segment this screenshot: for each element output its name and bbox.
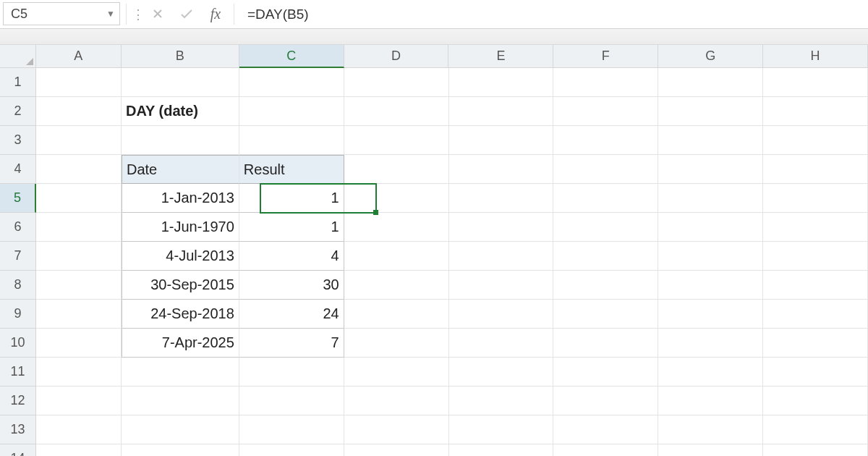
cell[interactable] [658,126,763,155]
cell[interactable] [553,184,658,213]
row-header-2[interactable]: 2 [0,97,36,126]
cell[interactable] [658,444,763,456]
table-header-result[interactable]: Result [239,155,344,184]
cell[interactable] [658,242,763,271]
table-cell-date[interactable]: 1-Jan-2013 [122,184,239,213]
row-header-11[interactable]: 11 [0,358,36,387]
column-header-D[interactable]: D [344,45,449,68]
cell[interactable] [553,329,658,358]
cell[interactable] [36,415,122,444]
cell[interactable] [553,242,658,271]
cell[interactable] [449,271,554,300]
table-cell-result[interactable]: 24 [239,300,344,329]
cell[interactable] [449,300,554,329]
cell[interactable] [122,358,239,387]
cell[interactable] [658,387,763,415]
cell[interactable] [239,126,344,155]
cell[interactable] [449,126,554,155]
cell[interactable] [36,358,122,387]
cell[interactable] [658,271,763,300]
cell[interactable] [763,184,868,213]
table-header-date[interactable]: Date [122,155,239,184]
cell[interactable] [344,300,449,329]
cell[interactable] [553,300,658,329]
cell[interactable] [344,444,449,456]
cell[interactable] [449,444,554,456]
column-header-E[interactable]: E [448,45,553,68]
cell[interactable] [553,415,658,444]
cell[interactable] [449,242,554,271]
cell[interactable] [36,329,122,358]
cell[interactable] [36,155,122,184]
row-header-13[interactable]: 13 [0,415,36,444]
cell[interactable] [763,329,868,358]
cell[interactable] [344,213,449,242]
cell[interactable] [344,415,449,444]
row-header-10[interactable]: 10 [0,329,36,358]
cell[interactable] [449,213,554,242]
cell[interactable] [344,68,449,97]
cell[interactable] [122,126,239,155]
cell[interactable] [658,358,763,387]
table-cell-date[interactable]: 1-Jun-1970 [122,213,239,242]
cell[interactable] [449,358,554,387]
cell[interactable] [449,415,554,444]
chevron-down-icon[interactable]: ▼ [106,9,115,19]
cell[interactable] [553,387,658,415]
select-all-button[interactable] [0,45,36,68]
spreadsheet-grid[interactable]: ABCDEFGH 1234567891011121314 DAY (date)D… [0,45,868,456]
cell[interactable] [239,387,344,415]
cell[interactable] [122,387,239,415]
cell[interactable] [658,300,763,329]
cell[interactable] [658,184,763,213]
row-header-7[interactable]: 7 [0,242,36,271]
fx-icon[interactable]: fx [203,2,228,26]
cell[interactable] [763,126,868,155]
cell[interactable] [344,126,449,155]
cell[interactable] [763,242,868,271]
cell[interactable] [36,444,122,456]
cell[interactable] [36,300,122,329]
cell[interactable] [344,242,449,271]
cell[interactable] [763,97,868,126]
cell[interactable] [239,97,344,126]
cell[interactable] [553,444,658,456]
row-header-1[interactable]: 1 [0,68,36,97]
column-header-A[interactable]: A [36,45,122,68]
column-header-F[interactable]: F [553,45,658,68]
table-cell-date[interactable]: 30-Sep-2015 [122,271,239,300]
cell[interactable] [36,184,122,213]
cell[interactable] [449,97,554,126]
cell[interactable] [449,387,554,415]
cell[interactable] [763,68,868,97]
cell[interactable] [553,155,658,184]
cell[interactable] [658,155,763,184]
cell[interactable] [344,329,449,358]
column-header-H[interactable]: H [763,45,868,68]
cell[interactable] [239,358,344,387]
table-cell-result[interactable]: 30 [239,271,344,300]
cell[interactable] [36,271,122,300]
drag-handle-icon[interactable]: ⋮ [132,2,141,26]
cell[interactable] [553,358,658,387]
title-cell[interactable]: DAY (date) [122,97,239,126]
table-cell-result[interactable]: 4 [239,242,344,271]
cell[interactable] [36,97,122,126]
cell[interactable] [122,68,239,97]
cells-area[interactable]: DAY (date)DateResult1-Jan-201311-Jun-197… [36,68,868,456]
cell[interactable] [122,415,239,444]
name-box[interactable]: C5 ▼ [3,2,120,25]
cell[interactable] [344,358,449,387]
table-cell-result[interactable]: 1 [239,213,344,242]
cell[interactable] [763,155,868,184]
cell[interactable] [658,329,763,358]
row-header-6[interactable]: 6 [0,213,36,242]
cell[interactable] [344,387,449,415]
cell[interactable] [36,126,122,155]
row-header-3[interactable]: 3 [0,126,36,155]
formula-input[interactable]: =DAY(B5) [240,2,865,26]
row-header-12[interactable]: 12 [0,387,36,415]
cell[interactable] [344,184,449,213]
cell[interactable] [36,68,122,97]
row-header-4[interactable]: 4 [0,155,36,184]
